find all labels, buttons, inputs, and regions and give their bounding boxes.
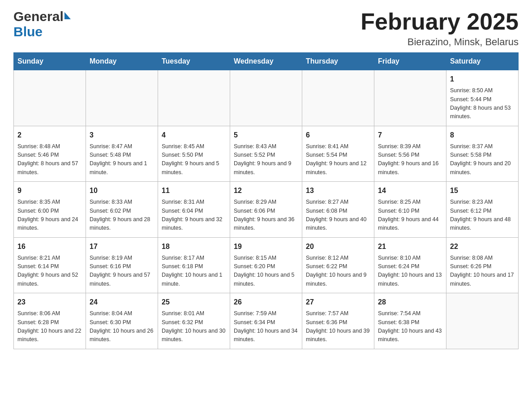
calendar-body: 1Sunrise: 8:50 AM Sunset: 5:44 PM Daylig… bbox=[14, 70, 519, 349]
day-info: Sunrise: 8:45 AM Sunset: 5:50 PM Dayligh… bbox=[162, 142, 226, 177]
calendar-cell: 19Sunrise: 8:15 AM Sunset: 6:20 PM Dayli… bbox=[230, 237, 302, 293]
week-row-1: 2Sunrise: 8:48 AM Sunset: 5:46 PM Daylig… bbox=[14, 126, 519, 182]
day-info: Sunrise: 8:25 AM Sunset: 6:10 PM Dayligh… bbox=[378, 198, 442, 233]
calendar-subtitle: Bierazino, Minsk, Belarus bbox=[360, 36, 519, 48]
day-number: 13 bbox=[306, 185, 370, 196]
day-info: Sunrise: 8:43 AM Sunset: 5:52 PM Dayligh… bbox=[234, 142, 298, 177]
header-friday: Friday bbox=[374, 53, 446, 70]
header-monday: Monday bbox=[86, 53, 158, 70]
calendar-cell bbox=[374, 70, 446, 126]
day-number: 18 bbox=[162, 241, 226, 252]
calendar-cell bbox=[86, 70, 158, 126]
calendar-cell: 10Sunrise: 8:33 AM Sunset: 6:02 PM Dayli… bbox=[86, 182, 158, 238]
week-row-2: 9Sunrise: 8:35 AM Sunset: 6:00 PM Daylig… bbox=[14, 182, 519, 238]
logo: General Blue bbox=[13, 9, 71, 39]
calendar-cell: 21Sunrise: 8:10 AM Sunset: 6:24 PM Dayli… bbox=[374, 237, 446, 293]
header-row: SundayMondayTuesdayWednesdayThursdayFrid… bbox=[14, 53, 519, 70]
calendar-header: SundayMondayTuesdayWednesdayThursdayFrid… bbox=[14, 53, 519, 70]
day-number: 2 bbox=[17, 130, 82, 141]
calendar-cell: 24Sunrise: 8:04 AM Sunset: 6:30 PM Dayli… bbox=[86, 293, 158, 349]
day-number: 11 bbox=[162, 185, 226, 196]
calendar-cell: 27Sunrise: 7:57 AM Sunset: 6:36 PM Dayli… bbox=[302, 293, 374, 349]
calendar-cell: 9Sunrise: 8:35 AM Sunset: 6:00 PM Daylig… bbox=[14, 182, 86, 238]
week-row-0: 1Sunrise: 8:50 AM Sunset: 5:44 PM Daylig… bbox=[14, 70, 519, 126]
calendar-cell: 4Sunrise: 8:45 AM Sunset: 5:50 PM Daylig… bbox=[158, 126, 230, 182]
day-info: Sunrise: 7:59 AM Sunset: 6:34 PM Dayligh… bbox=[234, 309, 298, 344]
calendar-cell: 3Sunrise: 8:47 AM Sunset: 5:48 PM Daylig… bbox=[86, 126, 158, 182]
day-info: Sunrise: 8:23 AM Sunset: 6:12 PM Dayligh… bbox=[450, 198, 515, 233]
calendar-cell: 18Sunrise: 8:17 AM Sunset: 6:18 PM Dayli… bbox=[158, 237, 230, 293]
calendar-cell: 16Sunrise: 8:21 AM Sunset: 6:14 PM Dayli… bbox=[14, 237, 86, 293]
calendar-cell: 15Sunrise: 8:23 AM Sunset: 6:12 PM Dayli… bbox=[446, 182, 519, 238]
day-info: Sunrise: 8:27 AM Sunset: 6:08 PM Dayligh… bbox=[306, 198, 370, 233]
header-sunday: Sunday bbox=[14, 53, 86, 70]
calendar-cell bbox=[302, 70, 374, 126]
calendar-cell: 12Sunrise: 8:29 AM Sunset: 6:06 PM Dayli… bbox=[230, 182, 302, 238]
day-number: 4 bbox=[162, 130, 226, 141]
day-number: 14 bbox=[378, 185, 442, 196]
page-header: General Blue February 2025 Bierazino, Mi… bbox=[13, 9, 519, 48]
calendar-cell: 26Sunrise: 7:59 AM Sunset: 6:34 PM Dayli… bbox=[230, 293, 302, 349]
day-info: Sunrise: 8:19 AM Sunset: 6:16 PM Dayligh… bbox=[90, 254, 154, 289]
header-saturday: Saturday bbox=[446, 53, 519, 70]
logo-blue-text: Blue bbox=[13, 24, 43, 39]
calendar-cell bbox=[230, 70, 302, 126]
day-number: 8 bbox=[450, 130, 515, 141]
day-number: 25 bbox=[162, 297, 226, 308]
day-info: Sunrise: 8:41 AM Sunset: 5:54 PM Dayligh… bbox=[306, 142, 370, 177]
day-number: 27 bbox=[306, 297, 370, 308]
header-tuesday: Tuesday bbox=[158, 53, 230, 70]
day-info: Sunrise: 8:04 AM Sunset: 6:30 PM Dayligh… bbox=[90, 309, 154, 344]
calendar-cell: 7Sunrise: 8:39 AM Sunset: 5:56 PM Daylig… bbox=[374, 126, 446, 182]
day-info: Sunrise: 8:21 AM Sunset: 6:14 PM Dayligh… bbox=[17, 254, 82, 289]
calendar-cell: 28Sunrise: 7:54 AM Sunset: 6:38 PM Dayli… bbox=[374, 293, 446, 349]
day-number: 17 bbox=[90, 241, 154, 252]
day-number: 20 bbox=[306, 241, 370, 252]
day-number: 16 bbox=[17, 241, 82, 252]
day-number: 6 bbox=[306, 130, 370, 141]
week-row-3: 16Sunrise: 8:21 AM Sunset: 6:14 PM Dayli… bbox=[14, 237, 519, 293]
calendar-table: SundayMondayTuesdayWednesdayThursdayFrid… bbox=[13, 52, 519, 349]
day-number: 24 bbox=[90, 297, 154, 308]
calendar-cell: 11Sunrise: 8:31 AM Sunset: 6:04 PM Dayli… bbox=[158, 182, 230, 238]
day-info: Sunrise: 8:39 AM Sunset: 5:56 PM Dayligh… bbox=[378, 142, 442, 177]
calendar-title: February 2025 bbox=[360, 9, 519, 34]
calendar-cell bbox=[446, 293, 519, 349]
day-info: Sunrise: 8:33 AM Sunset: 6:02 PM Dayligh… bbox=[90, 198, 154, 233]
day-info: Sunrise: 8:47 AM Sunset: 5:48 PM Dayligh… bbox=[90, 142, 154, 177]
calendar-cell: 25Sunrise: 8:01 AM Sunset: 6:32 PM Dayli… bbox=[158, 293, 230, 349]
day-number: 23 bbox=[17, 297, 82, 308]
day-number: 22 bbox=[450, 241, 515, 252]
logo-general-text: General bbox=[13, 9, 64, 24]
day-info: Sunrise: 8:35 AM Sunset: 6:00 PM Dayligh… bbox=[17, 198, 82, 233]
calendar-cell: 2Sunrise: 8:48 AM Sunset: 5:46 PM Daylig… bbox=[14, 126, 86, 182]
day-info: Sunrise: 7:54 AM Sunset: 6:38 PM Dayligh… bbox=[378, 309, 442, 344]
day-info: Sunrise: 8:06 AM Sunset: 6:28 PM Dayligh… bbox=[17, 309, 82, 344]
title-block: February 2025 Bierazino, Minsk, Belarus bbox=[360, 9, 519, 48]
day-number: 19 bbox=[234, 241, 298, 252]
day-info: Sunrise: 8:10 AM Sunset: 6:24 PM Dayligh… bbox=[378, 254, 442, 289]
day-number: 15 bbox=[450, 185, 515, 196]
day-info: Sunrise: 8:15 AM Sunset: 6:20 PM Dayligh… bbox=[234, 254, 298, 289]
header-wednesday: Wednesday bbox=[230, 53, 302, 70]
calendar-cell: 20Sunrise: 8:12 AM Sunset: 6:22 PM Dayli… bbox=[302, 237, 374, 293]
calendar-cell: 14Sunrise: 8:25 AM Sunset: 6:10 PM Dayli… bbox=[374, 182, 446, 238]
day-info: Sunrise: 7:57 AM Sunset: 6:36 PM Dayligh… bbox=[306, 309, 370, 344]
calendar-cell: 13Sunrise: 8:27 AM Sunset: 6:08 PM Dayli… bbox=[302, 182, 374, 238]
day-info: Sunrise: 8:17 AM Sunset: 6:18 PM Dayligh… bbox=[162, 254, 226, 289]
calendar-cell: 1Sunrise: 8:50 AM Sunset: 5:44 PM Daylig… bbox=[446, 70, 519, 126]
calendar-cell: 23Sunrise: 8:06 AM Sunset: 6:28 PM Dayli… bbox=[14, 293, 86, 349]
day-info: Sunrise: 8:50 AM Sunset: 5:44 PM Dayligh… bbox=[450, 86, 515, 121]
day-info: Sunrise: 8:08 AM Sunset: 6:26 PM Dayligh… bbox=[450, 254, 515, 289]
day-number: 3 bbox=[90, 130, 154, 141]
day-info: Sunrise: 8:01 AM Sunset: 6:32 PM Dayligh… bbox=[162, 309, 226, 344]
calendar-cell: 17Sunrise: 8:19 AM Sunset: 6:16 PM Dayli… bbox=[86, 237, 158, 293]
day-number: 1 bbox=[450, 74, 515, 85]
calendar-cell bbox=[14, 70, 86, 126]
day-number: 21 bbox=[378, 241, 442, 252]
day-number: 12 bbox=[234, 185, 298, 196]
day-number: 5 bbox=[234, 130, 298, 141]
calendar-cell: 22Sunrise: 8:08 AM Sunset: 6:26 PM Dayli… bbox=[446, 237, 519, 293]
week-row-4: 23Sunrise: 8:06 AM Sunset: 6:28 PM Dayli… bbox=[14, 293, 519, 349]
calendar-cell: 5Sunrise: 8:43 AM Sunset: 5:52 PM Daylig… bbox=[230, 126, 302, 182]
